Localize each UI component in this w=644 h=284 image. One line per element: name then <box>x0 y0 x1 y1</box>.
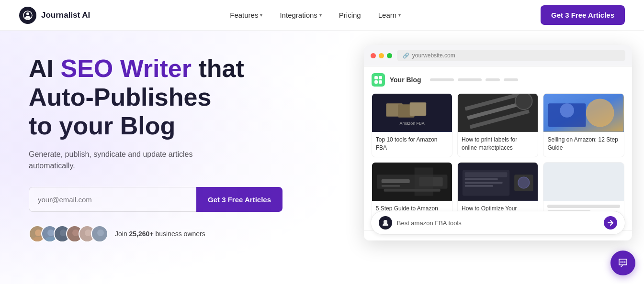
svg-point-10 <box>85 229 91 236</box>
nav-line <box>430 78 454 81</box>
nav-features[interactable]: Features ▾ <box>230 11 262 19</box>
svg-rect-31 <box>381 185 400 186</box>
chevron-down-icon: ▾ <box>260 12 262 18</box>
svg-rect-17 <box>409 102 426 116</box>
svg-text:Amazon FBA: Amazon FBA <box>399 121 424 126</box>
hero-title: AI SEO Writer thatAuto-Publishesto your … <box>29 55 335 140</box>
nav-line <box>504 78 518 81</box>
social-proof-text: Join 25,260+ business owners <box>115 230 205 238</box>
chat-bar-wrapper: Best amazon FBA tools <box>364 230 632 240</box>
article-title: How to print labels for online marketpla… <box>458 132 538 157</box>
svg-rect-37 <box>465 178 498 180</box>
header-cta-button[interactable]: Get 3 Free Articles <box>541 5 625 25</box>
svg-point-45 <box>624 262 626 263</box>
article-thumbnail <box>458 94 538 132</box>
article-thumbnail <box>543 94 623 132</box>
hero-cta-button[interactable]: Get 3 Free Articles <box>196 187 282 212</box>
article-title: Top 10 tools for Amazon FBA <box>372 132 452 157</box>
svg-point-8 <box>72 229 79 236</box>
svg-point-2 <box>35 229 42 236</box>
minimize-dot <box>379 53 384 58</box>
blog-header: Your Blog <box>372 73 624 87</box>
nav-pricing[interactable]: Pricing <box>339 11 361 19</box>
logo-icon <box>19 7 36 24</box>
article-thumbnail <box>372 163 452 201</box>
svg-point-13 <box>95 237 106 242</box>
main-content: AI SEO Writer thatAuto-Publishesto your … <box>0 31 644 284</box>
blog-logo-icon <box>372 73 385 87</box>
svg-point-43 <box>621 262 622 263</box>
chat-send-button[interactable] <box>604 216 617 229</box>
avatar-group <box>29 225 108 242</box>
chat-input[interactable]: Best amazon FBA tools <box>397 219 599 227</box>
chat-bot-icon <box>379 216 392 229</box>
article-card: Selling on Amazon: 12 Step Guide <box>543 93 624 157</box>
blog-title: Your Blog <box>390 76 421 84</box>
blog-nav <box>430 78 518 81</box>
svg-point-4 <box>47 229 54 236</box>
email-input[interactable] <box>29 187 196 212</box>
main-nav: Features ▾ Integrations ▾ Pricing Learn … <box>230 11 401 19</box>
url-bar: 🔗 yourwebsite.com <box>397 50 625 61</box>
svg-rect-30 <box>381 179 409 183</box>
chevron-down-icon: ▾ <box>319 12 322 18</box>
svg-rect-36 <box>465 172 508 177</box>
browser-content: Your Blog <box>364 66 632 230</box>
svg-rect-38 <box>465 182 503 184</box>
svg-point-6 <box>60 229 67 236</box>
nav-line <box>486 78 500 81</box>
hero-subtitle: Generate, publish, syndicate and update … <box>29 149 230 172</box>
article-thumbnail <box>458 163 538 201</box>
svg-point-41 <box>518 177 530 188</box>
logo-text: Journalist AI <box>41 11 90 20</box>
social-proof: Join 25,260+ business owners <box>29 225 335 242</box>
article-card: How to print labels for online marketpla… <box>457 93 538 157</box>
nav-line <box>458 78 482 81</box>
maximize-dot <box>387 53 392 58</box>
svg-point-27 <box>560 103 575 118</box>
nav-learn[interactable]: Learn ▾ <box>378 11 401 19</box>
article-thumbnail-placeholder <box>543 163 623 201</box>
chat-widget-button[interactable] <box>610 251 635 275</box>
svg-point-12 <box>97 229 104 236</box>
close-dot <box>371 53 376 58</box>
article-card: Amazon FBA Top 10 tools for Amazon FBA <box>372 93 452 157</box>
link-icon: 🔗 <box>403 53 409 59</box>
chat-bar[interactable]: Best amazon FBA tools <box>371 211 625 235</box>
svg-point-44 <box>622 262 624 263</box>
svg-point-1 <box>26 12 29 15</box>
article-thumbnail: Amazon FBA <box>372 94 452 132</box>
header: Journalist AI Features ▾ Integrations ▾ … <box>0 0 644 31</box>
logo[interactable]: Journalist AI <box>19 7 90 24</box>
browser-window: 🔗 yourwebsite.com Your <box>364 45 632 240</box>
svg-rect-33 <box>384 188 440 191</box>
email-form: Get 3 Free Articles <box>29 187 282 212</box>
browser-bar: 🔗 yourwebsite.com <box>364 45 632 66</box>
browser-dots <box>371 53 392 58</box>
articles-grid: Amazon FBA Top 10 tools for Amazon FBA <box>372 93 624 226</box>
avatar <box>91 225 108 242</box>
article-title: Selling on Amazon: 12 Step Guide <box>543 132 623 157</box>
nav-integrations[interactable]: Integrations ▾ <box>280 11 321 19</box>
browser-mockup-container: 🔗 yourwebsite.com Your <box>354 31 644 284</box>
hero-section: AI SEO Writer thatAuto-Publishesto your … <box>0 31 354 284</box>
chevron-down-icon: ▾ <box>398 12 401 18</box>
svg-rect-39 <box>465 185 493 186</box>
svg-point-23 <box>515 94 532 109</box>
svg-point-25 <box>586 98 614 127</box>
